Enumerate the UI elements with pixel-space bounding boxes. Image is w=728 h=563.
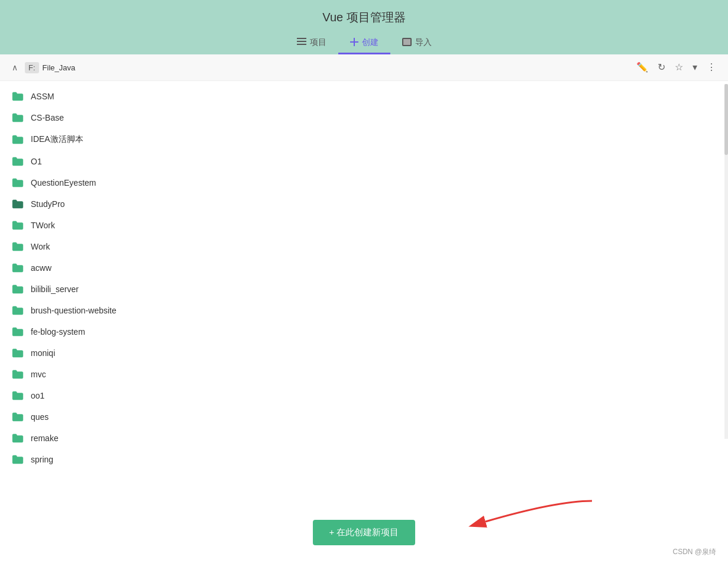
svg-rect-6 xyxy=(403,39,410,45)
import-icon xyxy=(402,38,412,48)
list-item[interactable]: CS-Base xyxy=(0,107,728,128)
create-project-button[interactable]: + 在此创建新项目 xyxy=(313,520,416,545)
create-icon xyxy=(350,38,358,48)
file-list: ASSM CS-Base IDEA激活脚本 O1 QuestionEyestem… xyxy=(0,81,728,475)
projects-label: 项目 xyxy=(310,37,326,48)
folder-name: StudyPro xyxy=(31,199,65,209)
collapse-button[interactable]: ∧ xyxy=(9,62,20,73)
folder-icon xyxy=(12,327,24,336)
folder-icon xyxy=(12,178,24,187)
import-label: 导入 xyxy=(415,37,432,48)
folder-icon xyxy=(12,242,24,251)
svg-rect-1 xyxy=(297,41,306,42)
create-label: 创建 xyxy=(362,37,378,48)
svg-rect-4 xyxy=(350,41,358,43)
list-item[interactable]: ASSM xyxy=(0,86,728,107)
app-title: Vue 项目管理器 xyxy=(0,9,728,25)
folder-name: acww xyxy=(31,263,51,273)
folder-icon xyxy=(12,199,24,209)
folder-name: spring xyxy=(31,455,53,464)
list-item[interactable]: brush-question-website xyxy=(0,300,728,321)
folder-name: mvc xyxy=(31,370,46,379)
svg-rect-2 xyxy=(297,44,306,45)
folder-icon xyxy=(12,433,24,443)
folder-icon xyxy=(12,221,24,230)
list-item[interactable]: spring xyxy=(0,449,728,470)
folder-name: brush-question-website xyxy=(31,306,117,315)
list-item[interactable]: moniqi xyxy=(0,342,728,364)
folder-name: ASSM xyxy=(31,92,54,101)
nav-tab-projects[interactable]: 项目 xyxy=(285,33,338,54)
list-item[interactable]: Work xyxy=(0,236,728,257)
path-drive: F: xyxy=(25,62,39,73)
bottom-section: + 在此创建新项目 xyxy=(313,520,416,545)
list-item[interactable]: mvc xyxy=(0,364,728,385)
folder-name: CS-Base xyxy=(31,113,64,122)
folder-icon xyxy=(12,455,24,464)
projects-icon xyxy=(297,38,306,48)
folder-icon xyxy=(12,157,24,166)
nav-tab-create[interactable]: 创建 xyxy=(338,33,390,54)
list-item[interactable]: fe-blog-system xyxy=(0,321,728,342)
main-area: ∧ F: File_Java ✏️ ↻ ☆ ▾ ⋮ ASSM CS-Base I… xyxy=(0,54,728,475)
folder-name: TWork xyxy=(31,221,55,230)
app-header: Vue 项目管理器 项目创建导入 xyxy=(0,0,728,54)
scrollbar-thumb[interactable] xyxy=(724,84,728,155)
arrow-indicator xyxy=(438,495,604,530)
favorite-button[interactable]: ☆ xyxy=(672,60,685,75)
folder-icon xyxy=(12,263,24,273)
list-item[interactable]: oo1 xyxy=(0,385,728,406)
path-label: F: File_Java xyxy=(25,62,629,73)
folder-name: bilibili_server xyxy=(31,284,79,294)
toolbar-actions: ✏️ ↻ ☆ ▾ ⋮ xyxy=(634,60,719,75)
path-text: File_Java xyxy=(43,63,76,72)
list-item[interactable]: TWork xyxy=(0,215,728,236)
folder-icon xyxy=(12,412,24,422)
folder-icon xyxy=(12,284,24,294)
list-item[interactable]: remake xyxy=(0,428,728,449)
folder-name: oo1 xyxy=(31,391,44,400)
watermark: CSDN @泉绮 xyxy=(672,547,716,557)
folder-name: QuestionEyestem xyxy=(31,178,96,187)
list-item[interactable]: acww xyxy=(0,257,728,279)
folder-name: Work xyxy=(31,242,50,251)
file-toolbar: ∧ F: File_Java ✏️ ↻ ☆ ▾ ⋮ xyxy=(0,54,728,81)
nav-tabs: 项目创建导入 xyxy=(0,33,728,54)
scrollbar-track[interactable] xyxy=(724,84,728,439)
list-item[interactable]: O1 xyxy=(0,151,728,172)
folder-icon xyxy=(12,348,24,358)
folder-name: ques xyxy=(31,412,48,422)
folder-icon xyxy=(12,306,24,315)
nav-tab-import[interactable]: 导入 xyxy=(390,33,444,54)
refresh-button[interactable]: ↻ xyxy=(655,60,668,75)
list-item[interactable]: QuestionEyestem xyxy=(0,172,728,193)
file-section: ∧ F: File_Java ✏️ ↻ ☆ ▾ ⋮ ASSM CS-Base I… xyxy=(0,54,728,475)
folder-icon xyxy=(12,391,24,400)
list-item[interactable]: IDEA激活脚本 xyxy=(0,128,728,151)
edit-button[interactable]: ✏️ xyxy=(634,60,651,75)
folder-icon xyxy=(12,113,24,122)
list-item[interactable]: bilibili_server xyxy=(0,279,728,300)
folder-icon xyxy=(12,135,24,144)
folder-icon xyxy=(12,92,24,101)
folder-name: IDEA激活脚本 xyxy=(31,134,83,145)
folder-name: fe-blog-system xyxy=(31,327,85,336)
folder-name: remake xyxy=(31,433,59,443)
more-button[interactable]: ⋮ xyxy=(704,60,719,75)
folder-icon xyxy=(12,370,24,379)
folder-name: moniqi xyxy=(31,348,55,358)
list-item[interactable]: ques xyxy=(0,406,728,428)
svg-rect-0 xyxy=(297,38,306,39)
dropdown-button[interactable]: ▾ xyxy=(690,60,700,75)
list-item[interactable]: StudyPro xyxy=(0,193,728,215)
folder-name: O1 xyxy=(31,157,42,166)
